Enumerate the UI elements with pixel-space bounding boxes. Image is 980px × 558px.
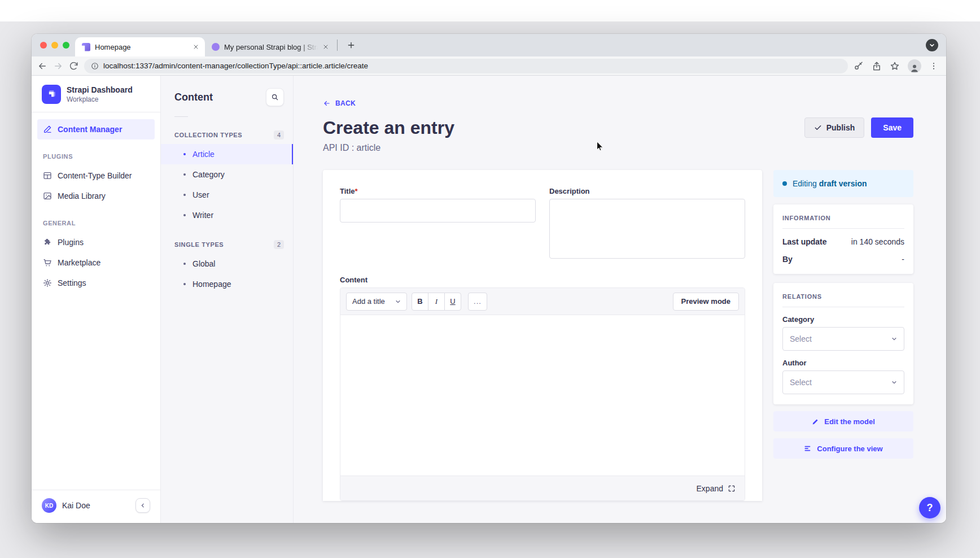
sidebar-item-plugins[interactable]: Plugins bbox=[37, 232, 155, 252]
help-button[interactable]: ? bbox=[919, 497, 940, 518]
collection-types-count-badge: 4 bbox=[274, 130, 284, 140]
tab-close-icon[interactable] bbox=[322, 43, 329, 50]
status-dot-icon bbox=[782, 181, 787, 186]
more-formatting-button[interactable]: ... bbox=[468, 293, 487, 311]
save-button[interactable]: Save bbox=[871, 117, 913, 138]
blog-favicon bbox=[212, 43, 220, 51]
share-icon[interactable] bbox=[872, 61, 882, 71]
user-menu[interactable]: KD Kai Doe bbox=[32, 490, 160, 523]
required-asterisk: * bbox=[355, 187, 358, 195]
password-key-icon[interactable] bbox=[854, 61, 864, 71]
divider bbox=[782, 228, 904, 229]
subnav-item-label: Global bbox=[193, 259, 215, 268]
profile-avatar-icon[interactable] bbox=[908, 59, 921, 73]
sidebar-item-label: Settings bbox=[58, 278, 86, 287]
italic-button[interactable]: I bbox=[428, 293, 445, 311]
description-textarea[interactable] bbox=[549, 199, 745, 259]
subnav-item-label: User bbox=[193, 190, 209, 199]
info-label: By bbox=[782, 255, 793, 264]
tab-close-icon[interactable] bbox=[193, 43, 199, 50]
sidebar-item-content-type-builder[interactable]: Content-Type Builder bbox=[37, 165, 155, 186]
title-label: Title* bbox=[340, 187, 536, 195]
zoom-window-button[interactable] bbox=[63, 42, 69, 49]
bullet-icon bbox=[183, 153, 186, 155]
collapse-sidebar-button[interactable] bbox=[135, 498, 150, 513]
forward-icon[interactable] bbox=[53, 61, 63, 71]
site-info-icon[interactable] bbox=[91, 62, 99, 70]
by-row: By - bbox=[782, 255, 904, 264]
back-label: Back bbox=[335, 99, 356, 107]
browser-window: Homepage My personal Strapi blog | Strap bbox=[32, 34, 946, 523]
browser-menu-icon[interactable] bbox=[929, 62, 938, 71]
gear-icon bbox=[43, 278, 52, 287]
layout-grid-icon bbox=[43, 171, 52, 180]
info-value: - bbox=[902, 255, 904, 264]
subnav-item-user[interactable]: User bbox=[161, 185, 293, 205]
author-select[interactable]: Select bbox=[782, 370, 904, 394]
sidebar-item-label: Content Manager bbox=[58, 125, 122, 134]
tab-strapi-blog[interactable]: My personal Strapi blog | Strap bbox=[205, 37, 335, 56]
section-header-general: General bbox=[37, 206, 155, 232]
edit-model-button[interactable]: Edit the model bbox=[773, 411, 913, 431]
section-header-plugins: Plugins bbox=[37, 140, 155, 165]
expand-editor-button[interactable]: Expand bbox=[340, 476, 745, 500]
subnav-item-global[interactable]: Global bbox=[161, 254, 293, 274]
tab-separator bbox=[337, 40, 338, 51]
subnav-title: Content bbox=[174, 91, 213, 103]
back-icon[interactable] bbox=[37, 61, 47, 71]
new-tab-button[interactable] bbox=[344, 38, 358, 52]
subnav-item-label: Category bbox=[193, 170, 225, 179]
title-input[interactable] bbox=[340, 199, 536, 223]
author-label: Author bbox=[782, 359, 904, 367]
subnav-item-writer[interactable]: Writer bbox=[161, 205, 293, 225]
avatar: KD bbox=[42, 498, 56, 513]
sidebar-item-settings[interactable]: Settings bbox=[37, 273, 155, 293]
sidebar-item-label: Content-Type Builder bbox=[58, 171, 132, 180]
tab-search-button[interactable] bbox=[926, 39, 938, 51]
category-select[interactable]: Select bbox=[782, 327, 904, 351]
close-window-button[interactable] bbox=[40, 42, 47, 49]
sidebar-item-media-library[interactable]: Media Library bbox=[37, 186, 155, 206]
strapi-logo bbox=[42, 85, 61, 104]
publish-label: Publish bbox=[826, 123, 855, 132]
content-editor-body[interactable] bbox=[340, 315, 745, 476]
search-button[interactable] bbox=[266, 88, 284, 106]
information-title: INFORMATION bbox=[782, 215, 904, 221]
divider bbox=[782, 307, 904, 307]
underline-button[interactable]: U bbox=[444, 293, 461, 311]
publish-button[interactable]: Publish bbox=[804, 117, 865, 138]
author-select-value: Select bbox=[790, 378, 812, 387]
browser-toolbar: localhost:1337/admin/content-manager/col… bbox=[32, 56, 946, 76]
heading-select[interactable]: Add a title bbox=[346, 293, 407, 311]
puzzle-icon bbox=[43, 238, 52, 247]
workspace-subtitle: Workplace bbox=[67, 95, 133, 103]
bullet-icon bbox=[183, 283, 186, 285]
address-bar[interactable]: localhost:1337/admin/content-manager/col… bbox=[84, 59, 848, 73]
subnav-item-homepage[interactable]: Homepage bbox=[161, 274, 293, 294]
description-field-group: Description bbox=[549, 187, 745, 261]
back-link[interactable]: Back bbox=[323, 99, 356, 107]
content-field-group: Content Add a title B I U bbox=[340, 276, 745, 501]
preview-mode-button[interactable]: Preview mode bbox=[673, 293, 739, 311]
reload-icon[interactable] bbox=[69, 61, 78, 71]
group-label-single-types: Single Types bbox=[174, 241, 224, 248]
single-types-count-badge: 2 bbox=[274, 240, 284, 249]
subnav-item-article[interactable]: Article bbox=[161, 144, 293, 164]
sidebar-item-content-manager[interactable]: Content Manager bbox=[37, 119, 155, 140]
main-navigation: Strapi Dashboard Workplace Content Manag… bbox=[32, 76, 161, 523]
pencil-write-icon bbox=[43, 125, 52, 134]
minimize-window-button[interactable] bbox=[51, 42, 58, 49]
bold-button[interactable]: B bbox=[412, 293, 428, 311]
tab-title: Homepage bbox=[95, 43, 188, 51]
sidebar-item-marketplace[interactable]: Marketplace bbox=[37, 252, 155, 273]
bookmark-star-icon[interactable] bbox=[890, 61, 900, 71]
info-value: in 140 seconds bbox=[851, 237, 904, 246]
tab-homepage[interactable]: Homepage bbox=[75, 37, 205, 56]
subnav-item-category[interactable]: Category bbox=[161, 164, 293, 185]
bullet-icon bbox=[183, 214, 186, 216]
richtext-editor: Add a title B I U ... Preview mode bbox=[340, 287, 745, 501]
workspace-brand[interactable]: Strapi Dashboard Workplace bbox=[32, 76, 160, 112]
info-label: Last update bbox=[782, 237, 827, 246]
status-emphasis: draft version bbox=[819, 179, 867, 188]
configure-view-button[interactable]: Configure the view bbox=[773, 438, 913, 459]
